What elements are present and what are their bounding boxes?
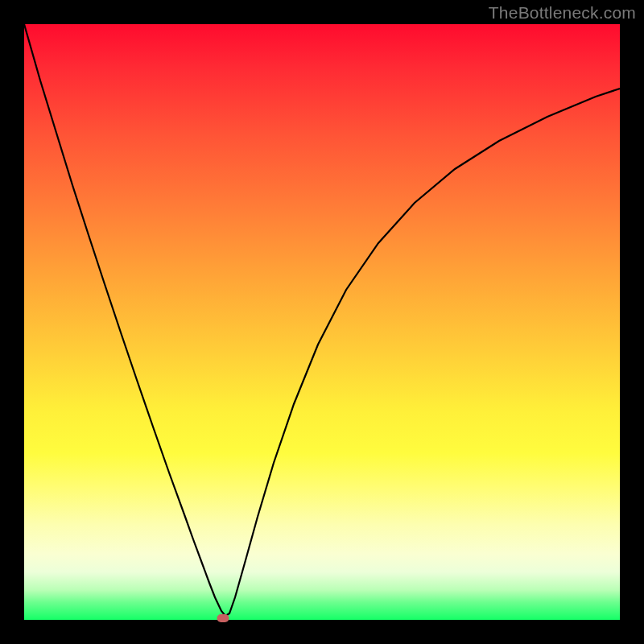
plot-area — [24, 24, 620, 620]
chart-frame: TheBottleneck.com — [0, 0, 644, 644]
watermark-text: TheBottleneck.com — [489, 3, 636, 23]
bottleneck-curve — [24, 24, 620, 616]
curve-svg — [24, 24, 620, 620]
minimum-marker — [217, 614, 229, 622]
